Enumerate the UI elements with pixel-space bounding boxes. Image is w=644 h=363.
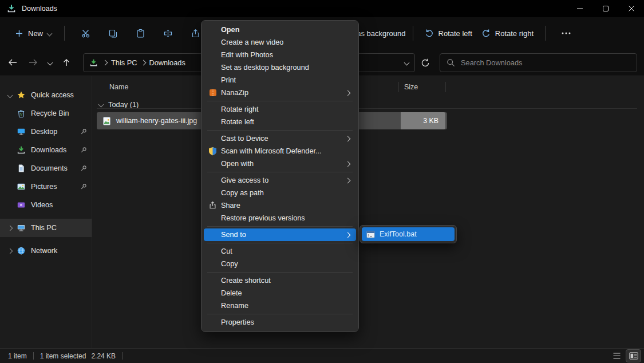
this-pc-icon — [17, 223, 26, 232]
sidebar-item-videos[interactable]: Videos — [0, 196, 92, 214]
menu-item-cut[interactable]: Cut — [204, 245, 356, 258]
plus-icon — [15, 29, 23, 38]
menu-item-label: Copy as path — [221, 189, 264, 197]
menu-item-rotate-right[interactable]: Rotate right — [204, 103, 356, 116]
paste-icon — [136, 29, 145, 38]
maximize-button[interactable] — [592, 0, 618, 17]
menu-item-print[interactable]: Print — [204, 74, 356, 86]
sidebar-item-desktop[interactable]: Desktop — [0, 123, 92, 141]
rotate-right-label: Rotate right — [495, 29, 534, 38]
downloads-location-icon — [89, 58, 98, 67]
expand-chevron-icon[interactable] — [5, 93, 15, 97]
pin-icon — [80, 128, 87, 135]
share-icon — [191, 29, 200, 38]
column-divider[interactable] — [445, 82, 446, 92]
submenu-item-exiftool[interactable]: ExifTool.bat — [362, 227, 455, 241]
minimize-button[interactable] — [567, 0, 592, 17]
sidebar-item-downloads[interactable]: Downloads — [0, 141, 92, 159]
menu-item-label: Restore previous versions — [221, 214, 305, 222]
menu-item-label: Open with — [221, 160, 254, 168]
menu-item-set-as-desktop-background[interactable]: Set as desktop background — [204, 61, 356, 74]
menu-item-label: Share — [221, 202, 240, 210]
rotate-right-button[interactable]: Rotate right — [477, 25, 538, 42]
rotate-left-button[interactable]: Rotate left — [420, 25, 477, 42]
new-button[interactable]: New — [9, 25, 57, 42]
details-view-button[interactable] — [610, 350, 624, 362]
column-header-size[interactable]: Size — [404, 83, 418, 91]
toolbar-right-group: et as background Rotate left Rotate righ… — [349, 17, 580, 49]
menu-item-create-shortcut[interactable]: Create shortcut — [204, 274, 356, 287]
sidebar-item-label: Documents — [31, 164, 68, 172]
recent-locations-button[interactable] — [44, 54, 56, 70]
sidebar-item-pictures[interactable]: Pictures — [0, 177, 92, 196]
menu-item-label: Rename — [221, 302, 248, 310]
paste-button[interactable] — [129, 23, 151, 43]
menu-divider — [207, 101, 353, 101]
menu-item-cast-to-device[interactable]: Cast to Device — [204, 132, 356, 145]
title-bar[interactable]: Downloads — [0, 0, 644, 17]
menu-item-open[interactable]: Open — [204, 23, 356, 36]
menu-item-restore-previous-versions[interactable]: Restore previous versions — [204, 212, 356, 224]
menu-item-label: Create a new video — [221, 38, 283, 46]
sidebar-item-quick-access[interactable]: Quick access — [0, 86, 92, 104]
sidebar-item-label: Videos — [31, 201, 53, 209]
sidebar-item-this-pc[interactable]: This PC — [0, 219, 92, 237]
rename-button[interactable] — [157, 23, 179, 43]
menu-item-label: Send to — [221, 231, 246, 239]
submenu-chevron-icon — [345, 136, 351, 142]
column-divider[interactable] — [398, 82, 399, 92]
menu-item-create-new-video[interactable]: Create a new video — [204, 36, 356, 49]
menu-item-open-with[interactable]: Open with — [204, 157, 356, 170]
window-title: Downloads — [22, 5, 57, 13]
sidebar-item-documents[interactable]: Documents — [0, 159, 92, 177]
file-explorer-window: Downloads New — [0, 0, 644, 363]
search-input[interactable] — [440, 53, 637, 72]
menu-item-label: Open — [221, 26, 239, 34]
rotate-right-icon — [481, 29, 491, 38]
context-menu: Open Create a new video Edit with Photos… — [201, 20, 359, 332]
menu-item-label: Delete — [221, 289, 242, 297]
copy-button[interactable] — [102, 23, 124, 43]
see-more-button[interactable] — [555, 23, 577, 43]
up-button[interactable] — [58, 54, 74, 70]
back-arrow-icon — [7, 58, 18, 67]
breadcrumb-this-pc[interactable]: This PC — [111, 58, 137, 67]
menu-divider — [207, 272, 353, 273]
status-bar: 1 item 1 item selected 2.24 KB — [0, 348, 644, 363]
menu-item-edit-with-photos[interactable]: Edit with Photos — [204, 49, 356, 61]
star-icon — [17, 90, 26, 100]
menu-item-rotate-left[interactable]: Rotate left — [204, 116, 356, 128]
close-button[interactable] — [618, 0, 644, 17]
sidebar-item-label: Pictures — [31, 183, 57, 191]
cut-button[interactable] — [74, 23, 96, 43]
sidebar-gap — [0, 237, 92, 242]
maximize-icon — [603, 6, 609, 11]
large-thumbnails-view-button[interactable] — [626, 350, 641, 362]
menu-item-copy[interactable]: Copy — [204, 258, 356, 270]
expand-chevron-icon[interactable] — [5, 226, 15, 230]
column-header-name[interactable]: Name — [109, 83, 128, 91]
breadcrumb-downloads[interactable]: Downloads — [149, 58, 185, 67]
menu-item-rename[interactable]: Rename — [204, 299, 356, 312]
expand-chevron-icon[interactable] — [5, 249, 15, 253]
forward-arrow-icon — [28, 58, 38, 67]
sidebar-item-recycle-bin[interactable]: Recycle Bin — [0, 104, 92, 123]
submenu-chevron-icon — [345, 232, 351, 238]
menu-item-send-to[interactable]: Send to — [204, 228, 356, 241]
menu-item-share[interactable]: Share — [204, 199, 356, 212]
menu-item-give-access-to[interactable]: Give access to — [204, 174, 356, 187]
group-header-today[interactable]: Today (1) — [99, 100, 139, 109]
submenu-chevron-icon — [345, 90, 351, 96]
forward-button[interactable] — [25, 54, 41, 70]
menu-item-properties[interactable]: Properties — [204, 316, 356, 329]
menu-item-nanazip[interactable]: NanaZip — [204, 86, 356, 99]
sidebar-item-network[interactable]: Network — [0, 242, 92, 260]
address-dropdown-chevron[interactable] — [404, 60, 410, 66]
menu-item-copy-as-path[interactable]: Copy as path — [204, 187, 356, 199]
menu-item-delete[interactable]: Delete — [204, 287, 356, 299]
refresh-button[interactable] — [417, 56, 433, 70]
item-count: 1 item — [8, 352, 27, 360]
menu-item-scan-with-defender[interactable]: Scan with Microsoft Defender... — [204, 145, 356, 157]
menu-divider — [207, 243, 353, 243]
back-button[interactable] — [5, 54, 21, 70]
